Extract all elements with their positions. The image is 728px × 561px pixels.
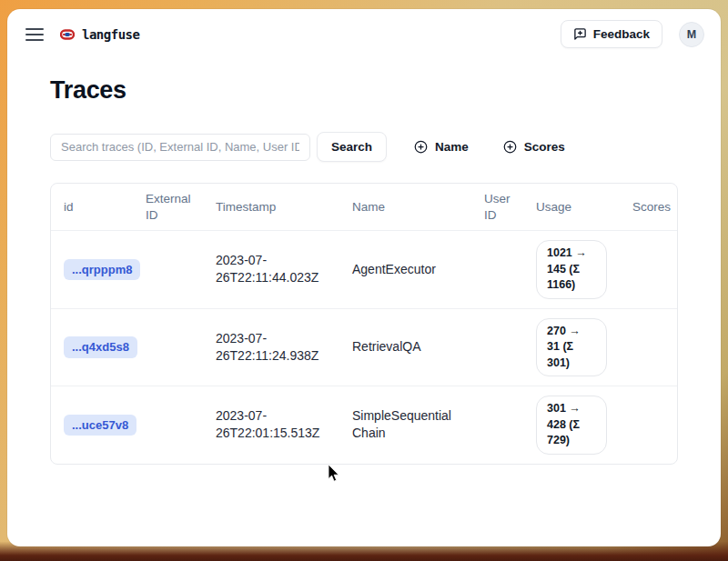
timestamp-cell: 2023-07-26T22:01:15.513Z [203, 386, 339, 464]
name-cell: SimpleSequentialChain [339, 386, 471, 464]
filter-scores-label: Scores [524, 140, 565, 154]
table-row[interactable]: ...q4xd5s8 2023-07-26T22:11:24.938Z Retr… [51, 308, 677, 386]
filter-name-label: Name [435, 140, 469, 154]
scores-cell [620, 309, 678, 386]
external-id-cell [133, 386, 203, 464]
toolbar: Search Name [50, 132, 678, 162]
top-bar: langfuse Feedback M [7, 9, 721, 56]
app-window: langfuse Feedback M Traces [7, 9, 721, 546]
column-header-scores: Scores [620, 184, 678, 230]
traces-table: id External ID Timestamp Name User ID Us… [50, 183, 678, 465]
feedback-label: Feedback [593, 27, 650, 41]
brand-name: langfuse [82, 27, 139, 42]
scores-cell [620, 386, 678, 464]
external-id-cell [133, 231, 203, 308]
column-header-name: Name [339, 184, 471, 230]
trace-id-link[interactable]: ...uce57v8 [64, 415, 136, 436]
hamburger-menu-icon[interactable] [25, 28, 44, 41]
timestamp-cell: 2023-07-26T22:11:24.938Z [203, 309, 339, 386]
column-header-user-id: User ID [471, 184, 523, 230]
filter-scores-button[interactable]: Scores [496, 135, 572, 159]
user-id-cell [471, 386, 523, 464]
feedback-button[interactable]: Feedback [561, 20, 662, 48]
table-header: id External ID Timestamp Name User ID Us… [51, 184, 677, 230]
plus-circle-icon [414, 140, 428, 154]
usage-badge: 301 → 428 (Σ 729) [536, 396, 607, 455]
external-id-cell [133, 309, 203, 386]
user-id-cell [471, 231, 523, 308]
trace-id-link[interactable]: ...q4xd5s8 [64, 336, 137, 358]
table-row[interactable]: ...qrpppm8 2023-07-26T22:11:44.023Z Agen… [51, 230, 677, 308]
filter-name-button[interactable]: Name [407, 135, 476, 159]
search-input[interactable] [50, 134, 310, 161]
top-bar-left: langfuse [25, 27, 139, 42]
feedback-icon [573, 27, 587, 41]
avatar[interactable]: M [679, 22, 704, 47]
page-title: Traces [50, 76, 678, 105]
name-cell: RetrievalQA [339, 309, 471, 386]
column-header-id: id [51, 184, 133, 230]
usage-badge: 1021 → 145 (Σ 1166) [536, 240, 607, 299]
column-header-timestamp: Timestamp [203, 184, 339, 230]
column-header-usage: Usage [523, 184, 620, 230]
column-header-external-id: External ID [133, 184, 203, 230]
langfuse-logo-icon [60, 27, 75, 42]
top-bar-right: Feedback M [561, 20, 704, 48]
user-id-cell [471, 309, 523, 386]
avatar-initial: M [687, 28, 696, 41]
brand[interactable]: langfuse [60, 27, 139, 42]
plus-circle-icon [503, 140, 517, 154]
timestamp-cell: 2023-07-26T22:11:44.023Z [203, 231, 339, 308]
main-content: Traces Search Name [7, 76, 721, 465]
usage-badge: 270 → 31 (Σ 301) [536, 318, 607, 377]
name-cell: AgentExecutor [339, 231, 471, 308]
trace-id-link[interactable]: ...qrpppm8 [64, 259, 140, 281]
search-button[interactable]: Search [317, 132, 387, 162]
scores-cell [620, 231, 678, 308]
table-row[interactable]: ...uce57v8 2023-07-26T22:01:15.513Z Simp… [51, 386, 677, 464]
table-body: ...qrpppm8 2023-07-26T22:11:44.023Z Agen… [51, 230, 677, 464]
